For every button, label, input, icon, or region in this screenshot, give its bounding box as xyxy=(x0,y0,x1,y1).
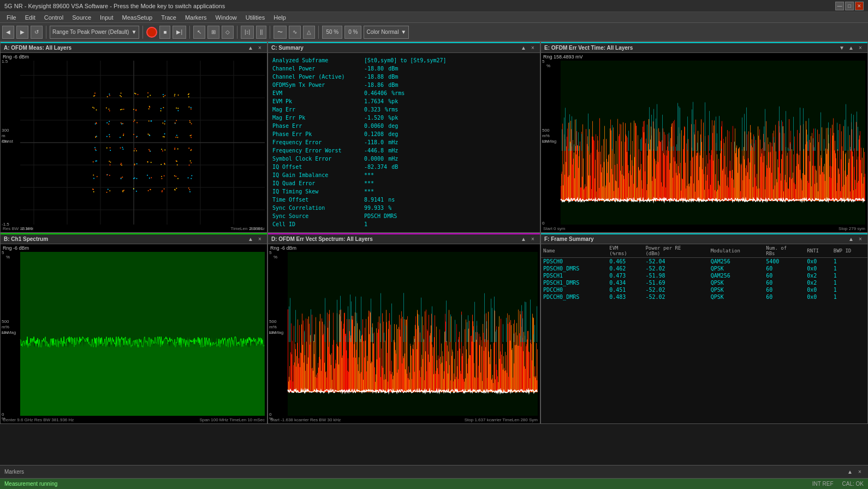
tool-marker1[interactable]: |↕| xyxy=(241,26,254,39)
zoom-value[interactable]: 50 % xyxy=(322,26,342,39)
table-cell: 0.473 xyxy=(607,272,643,279)
table-cell: 1 xyxy=(831,265,867,272)
tool-select[interactable]: ↖ xyxy=(193,26,205,39)
menu-utilities[interactable]: Utilities xyxy=(241,12,269,23)
menu-window[interactable]: Window xyxy=(211,12,241,23)
toolbar-back-btn[interactable]: ◀ xyxy=(2,26,14,39)
table-cell: 0x0 xyxy=(805,293,831,301)
panel-d-minimize[interactable]: ▲ xyxy=(520,235,527,243)
title-bar: 5G NR - Keysight 89600 VSA Software - Pr… xyxy=(0,0,868,12)
tool-wave3[interactable]: △ xyxy=(303,26,315,39)
markers-bar-expand[interactable]: ▲ xyxy=(846,468,854,476)
toolbar-sep1 xyxy=(46,26,46,39)
iq-offset-unit: dB xyxy=(391,163,398,171)
table-cell: 60 xyxy=(764,279,805,286)
panel-a-minimize[interactable]: ▲ xyxy=(247,44,254,52)
table-cell: -52.04 xyxy=(643,258,708,266)
panel-d-close[interactable]: × xyxy=(529,235,537,243)
menu-control[interactable]: Control xyxy=(40,12,68,23)
panel-f-close[interactable]: × xyxy=(857,235,864,243)
status-bar: Measurement running INT REF CAL: OK xyxy=(0,478,868,489)
markers-label: Markers xyxy=(4,469,24,475)
single-btn[interactable]: ▶| xyxy=(173,26,186,39)
menu-meassetup[interactable]: MeasSetup xyxy=(118,12,157,23)
toolbar-refresh-btn[interactable]: ↺ xyxy=(31,26,43,39)
ch1-spectrum-canvas xyxy=(1,244,267,423)
zoom-value2[interactable]: 0 % xyxy=(344,26,361,39)
table-cell: PDCCH0 xyxy=(541,286,607,293)
window-title: 5G NR - Keysight 89600 VSA Software - Pr… xyxy=(4,3,225,9)
evm-pk-unit: %pk xyxy=(388,97,398,105)
tool-wave[interactable]: 〜 xyxy=(274,26,287,39)
iq-gain-label: IQ Gain Imbalance xyxy=(272,171,360,179)
toolbar-fwd-btn[interactable]: ▶ xyxy=(16,26,28,39)
phase-err-pk-label: Phase Err Pk xyxy=(272,130,360,138)
panel-a-close[interactable]: × xyxy=(256,44,264,52)
time-offset-label: Time Offset xyxy=(272,196,360,204)
panel-e-close[interactable]: × xyxy=(857,44,864,52)
panel-b-close[interactable]: × xyxy=(256,235,264,243)
tool-crosshair[interactable]: ◇ xyxy=(222,26,234,39)
panel-c-controls: ▲ × xyxy=(520,44,537,52)
summary-row-iq-quad: IQ Quad Error *** xyxy=(272,179,536,187)
menu-edit[interactable]: Edit xyxy=(21,12,40,23)
toolbar-sep6 xyxy=(318,26,319,39)
table-cell: 1 xyxy=(831,279,867,286)
menu-source[interactable]: Source xyxy=(68,12,96,23)
menu-help[interactable]: Help xyxy=(269,12,290,23)
summary-row-freq-err-worst: Frequency Error Worst -446.8 mHz xyxy=(272,146,536,155)
panel-c-minimize[interactable]: ▲ xyxy=(520,44,527,52)
cell-id-value: 1 xyxy=(364,220,367,228)
phase-err-unit: deg xyxy=(388,122,398,130)
panel-b-header: B: Ch1 Spectrum ▲ × xyxy=(1,233,267,244)
ofdmsym-label: OFDMSym Tx Power xyxy=(272,81,360,89)
panel-e-dropdown[interactable]: ▼ xyxy=(838,44,846,52)
table-cell: PDCCH0_DMRS xyxy=(541,293,607,301)
panel-b-minimize[interactable]: ▲ xyxy=(247,235,254,243)
panel-e-body: Rng 158.4893 mV Start 0 sym Stop 279 sym xyxy=(541,53,867,232)
table-cell: QAM256 xyxy=(709,258,764,266)
color-dropdown[interactable]: Color Normal ▼ xyxy=(364,26,409,39)
menu-file[interactable]: File xyxy=(2,12,21,23)
iq-offset-value: -82.374 xyxy=(364,163,387,171)
col-name: Name xyxy=(541,244,607,258)
toolbar-sep3 xyxy=(189,26,190,39)
panel-c-close[interactable]: × xyxy=(529,44,537,52)
tool-marker2[interactable]: || xyxy=(256,26,266,39)
menu-markers[interactable]: Markers xyxy=(181,12,211,23)
restore-button[interactable]: □ xyxy=(845,2,854,10)
table-cell: 1 xyxy=(831,272,867,279)
tool-zoom[interactable]: ⊞ xyxy=(207,26,219,39)
markers-bar-close[interactable]: × xyxy=(856,468,864,476)
record-button[interactable] xyxy=(146,27,157,38)
stop-btn[interactable]: ■ xyxy=(159,26,170,39)
panel-a-controls: ▲ × xyxy=(247,44,264,52)
iq-quad-label: IQ Quad Error xyxy=(272,179,360,187)
mag-err-value: 0.323 xyxy=(364,105,381,114)
menu-trace[interactable]: Trace xyxy=(157,12,181,23)
close-button[interactable]: ✕ xyxy=(855,2,864,10)
summary-row-iq-timing: IQ Timing Skew *** xyxy=(272,187,536,196)
menu-input[interactable]: Input xyxy=(96,12,117,23)
panel-f-minimize[interactable]: ▲ xyxy=(847,235,855,243)
title-bar-controls: — □ ✕ xyxy=(835,2,864,10)
table-cell: 60 xyxy=(764,286,805,293)
iq-offset-label: IQ Offset xyxy=(272,163,360,171)
table-cell: 0.434 xyxy=(607,279,643,286)
sync-corr-unit: % xyxy=(388,204,391,212)
minimize-button[interactable]: — xyxy=(835,2,844,10)
tool-wave2[interactable]: ∿ xyxy=(289,26,301,39)
freq-err-value: -118.0 xyxy=(364,138,384,146)
summary-row-analyzed: Analyzed Subframe [St0,sym0] to [St9,sym… xyxy=(272,56,536,64)
phase-err-pk-unit: deg xyxy=(388,130,398,138)
panel-a-bottom-right: TimeLen 280 kHz xyxy=(231,226,265,231)
summary-row-time-offset: Time Offset 8.9141 ns xyxy=(272,196,536,204)
range-dropdown[interactable]: Range To Peak Power (Default) ▼ xyxy=(50,26,139,39)
table-cell: 0.465 xyxy=(607,258,643,266)
table-cell: 60 xyxy=(764,293,805,301)
panel-e-header: E: OFDM Err Vect Time: All Layers ▼ ▲ × xyxy=(541,42,867,53)
panel-e-minimize[interactable]: ▲ xyxy=(847,44,855,52)
sync-corr-label: Sync Correlation xyxy=(272,204,360,212)
summary-table: Analyzed Subframe [St0,sym0] to [St9,sym… xyxy=(268,53,540,232)
evm-label: EVM xyxy=(272,89,360,97)
